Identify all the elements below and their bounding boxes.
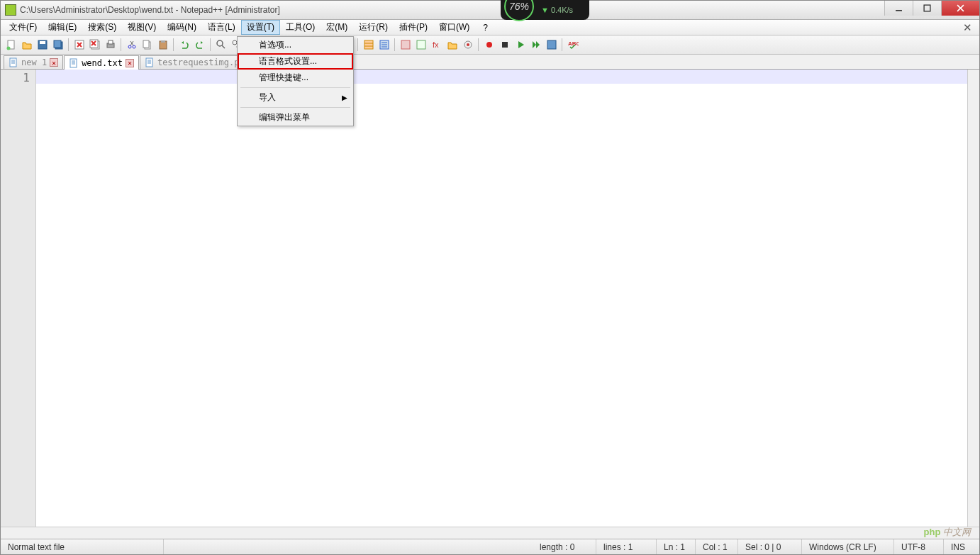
- close-all-button[interactable]: [87, 38, 102, 53]
- spellcheck-button[interactable]: ABC: [565, 38, 580, 53]
- status-ln: Ln : 1: [657, 539, 696, 554]
- status-encoding[interactable]: UTF-8: [894, 539, 944, 554]
- separator: [210, 38, 211, 51]
- cut-button[interactable]: [124, 38, 139, 53]
- separator: [478, 38, 479, 51]
- horizontal-scrollbar[interactable]: [1, 527, 979, 539]
- save-all-button[interactable]: [50, 38, 65, 53]
- minimize-button[interactable]: [884, 1, 913, 16]
- percent-circle: 76%: [504, 0, 534, 21]
- menu-settings[interactable]: 设置(T): [241, 20, 280, 35]
- play-multi-button[interactable]: [528, 38, 543, 53]
- dd-style-config[interactable]: 语言格式设置...: [238, 53, 353, 70]
- network-overlay[interactable]: 76% ▼0.4K/s: [501, 0, 589, 20]
- svg-point-56: [467, 43, 469, 46]
- redo-button[interactable]: [192, 38, 207, 53]
- line-gutter: 1: [1, 70, 36, 527]
- tab-bar: new 1 ✕ wend.txt ✕ testrequestimg.py ✕: [1, 55, 979, 70]
- settings-dropdown: 首选项... 语言格式设置... 管理快捷键... 导入▶ 编辑弹出菜单: [237, 36, 354, 126]
- speed-text: 0.4K/s: [551, 6, 573, 14]
- tab-label: testrequestimg.py: [157, 57, 245, 67]
- stop-button[interactable]: [497, 38, 512, 53]
- title-bar[interactable]: C:\Users\Administrator\Desktop\wend.txt …: [1, 1, 979, 20]
- new-file-button[interactable]: [4, 38, 18, 53]
- userlang-button[interactable]: [377, 38, 391, 53]
- dd-import[interactable]: 导入▶: [238, 89, 353, 106]
- menu-file[interactable]: 文件(F): [4, 20, 43, 35]
- dd-popup[interactable]: 编辑弹出菜单: [238, 109, 353, 126]
- close-file-button[interactable]: [72, 38, 87, 53]
- code-area[interactable]: [36, 70, 967, 527]
- menu-macro[interactable]: 宏(M): [321, 20, 353, 35]
- menu-tools[interactable]: 工具(O): [280, 20, 321, 35]
- undo-button[interactable]: [177, 38, 191, 53]
- svg-rect-18: [108, 40, 113, 44]
- menu-encoding[interactable]: 编码(N): [162, 20, 202, 35]
- down-arrow-icon: ▼: [541, 6, 549, 14]
- menu-close-x-icon[interactable]: ✕: [956, 20, 979, 35]
- svg-rect-45: [364, 40, 373, 49]
- file-tab-new1[interactable]: new 1 ✕: [4, 55, 63, 69]
- tab-label: wend.txt: [82, 58, 123, 68]
- svg-rect-1: [924, 5, 930, 11]
- status-eol[interactable]: Windows (CR LF): [802, 539, 894, 554]
- dd-separator: [240, 87, 350, 88]
- print-button[interactable]: [103, 38, 118, 53]
- doc-map-button[interactable]: [398, 38, 413, 53]
- menu-window[interactable]: 窗口(W): [433, 20, 475, 35]
- svg-rect-61: [10, 58, 16, 67]
- file-tab-wend[interactable]: wend.txt ✕: [64, 55, 139, 70]
- separator: [357, 38, 358, 51]
- close-button[interactable]: [941, 1, 979, 16]
- line-number: 1: [1, 71, 30, 84]
- maximize-button[interactable]: [913, 1, 941, 16]
- open-file-button[interactable]: [19, 38, 34, 53]
- svg-rect-7: [40, 41, 45, 44]
- separator: [68, 38, 69, 51]
- menu-run[interactable]: 运行(R): [353, 20, 394, 35]
- menu-bar: 文件(F) 编辑(E) 搜索(S) 视图(V) 编码(N) 语言(L) 设置(T…: [1, 20, 979, 35]
- separator: [173, 38, 174, 51]
- menu-plugins[interactable]: 插件(P): [394, 20, 433, 35]
- svg-point-27: [217, 40, 223, 46]
- dd-separator: [240, 107, 350, 108]
- status-filetype: Normal text file: [1, 539, 164, 554]
- tab-close-icon[interactable]: ✕: [126, 59, 134, 67]
- play-button[interactable]: [513, 38, 528, 53]
- submenu-arrow-icon: ▶: [342, 94, 347, 101]
- doc-list-button[interactable]: [413, 38, 428, 53]
- svg-rect-59: [547, 40, 556, 49]
- monitoring-button[interactable]: [460, 38, 475, 53]
- svg-point-5: [6, 47, 10, 50]
- paste-button[interactable]: [155, 38, 170, 53]
- svg-line-28: [222, 45, 225, 48]
- svg-rect-9: [54, 40, 61, 48]
- svg-rect-69: [146, 58, 152, 67]
- svg-text:fx: fx: [433, 40, 439, 49]
- indent-guide-button[interactable]: [361, 38, 376, 53]
- app-window: C:\Users\Administrator\Desktop\wend.txt …: [0, 0, 980, 555]
- menu-search[interactable]: 搜索(S): [82, 20, 122, 35]
- editor-area: 1: [1, 70, 979, 527]
- save-button[interactable]: [35, 38, 50, 53]
- tab-close-icon[interactable]: ✕: [50, 58, 58, 67]
- function-list-button[interactable]: fx: [429, 38, 444, 53]
- save-macro-button[interactable]: [544, 38, 559, 53]
- folder-workspace-button[interactable]: [445, 38, 460, 53]
- menu-view[interactable]: 视图(V): [122, 20, 162, 35]
- vertical-scrollbar[interactable]: [967, 70, 979, 527]
- copy-button[interactable]: [140, 38, 155, 53]
- menu-language[interactable]: 语言(L): [202, 20, 241, 35]
- svg-rect-53: [417, 40, 425, 49]
- menu-edit[interactable]: 编辑(E): [43, 20, 82, 35]
- tab-label: new 1: [21, 57, 47, 67]
- svg-point-29: [233, 40, 237, 45]
- dd-shortcut[interactable]: 管理快捷键...: [238, 70, 353, 86]
- dd-preferences[interactable]: 首选项...: [238, 37, 353, 53]
- status-length: length : 0: [533, 539, 596, 554]
- record-button[interactable]: [481, 38, 496, 53]
- find-button[interactable]: [213, 38, 228, 53]
- status-insmode[interactable]: INS: [944, 539, 979, 554]
- menu-help[interactable]: ?: [477, 20, 494, 35]
- window-controls: [884, 1, 979, 16]
